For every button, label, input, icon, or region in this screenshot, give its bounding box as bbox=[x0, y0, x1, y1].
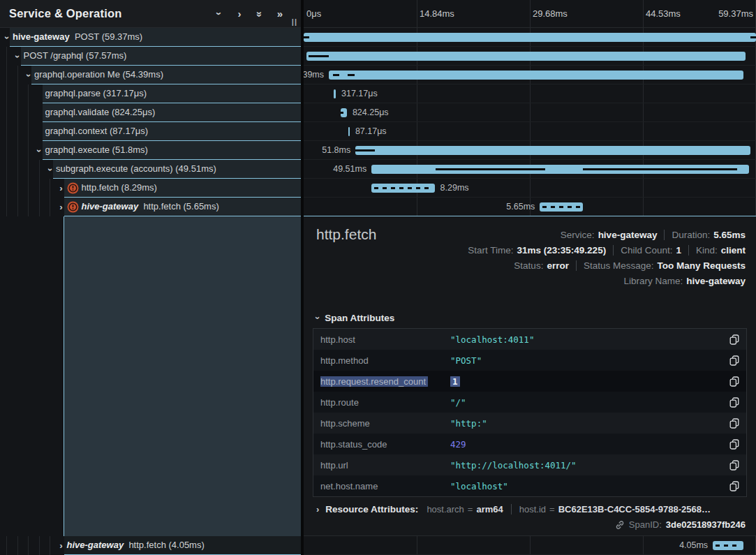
panel-resize-handle[interactable]: || bbox=[292, 17, 297, 26]
meta-value: Too Many Requests bbox=[657, 260, 746, 271]
indent-guide bbox=[28, 179, 29, 198]
meta-value: hive-gateway bbox=[686, 276, 746, 286]
chevron-down-icon[interactable]: › bbox=[3, 32, 11, 43]
attribute-row: http.route"/" bbox=[313, 392, 746, 413]
indent-guide bbox=[6, 84, 7, 103]
span-bar[interactable] bbox=[371, 165, 748, 174]
timeline-header: 0μs14.84ms29.68ms44.53ms59.37ms bbox=[304, 0, 756, 28]
indent-guide bbox=[17, 179, 18, 198]
attribute-value: "localhost:4011" bbox=[450, 334, 725, 345]
panel-title: Service & Operation bbox=[9, 7, 122, 20]
collapse-all-icon[interactable]: » bbox=[254, 8, 265, 19]
timeline-row[interactable]: 824.25μs bbox=[304, 103, 756, 122]
expand-one-icon[interactable]: › bbox=[234, 8, 245, 19]
panel-divider[interactable] bbox=[301, 0, 304, 555]
span-tree-item[interactable]: graphql.parse (317.17μs) bbox=[0, 84, 301, 103]
indent-guide bbox=[17, 198, 18, 216]
equals-sign: = bbox=[549, 504, 555, 515]
span-tree-item[interactable]: ›hive-gateway http.fetch (5.65ms) bbox=[0, 198, 301, 216]
collapse-one-icon[interactable]: › bbox=[214, 8, 225, 19]
span-detail-title: http.fetch bbox=[316, 226, 376, 243]
attribute-value: 429 bbox=[450, 439, 725, 450]
span-tree-item[interactable]: graphql.context (87.17μs) bbox=[0, 122, 301, 141]
indent-guide bbox=[6, 66, 7, 84]
timeline-tick-label: 29.68ms bbox=[533, 8, 568, 19]
meta-value: error bbox=[547, 260, 569, 271]
span-detail-panel: http.fetch Service:hive-gatewayDuration:… bbox=[304, 216, 756, 536]
timeline-row[interactable]: 8.29ms bbox=[304, 179, 756, 198]
timeline-row[interactable]: 5.65ms bbox=[304, 198, 756, 216]
span-label: POST /graphql (57.57ms) bbox=[24, 47, 127, 65]
span-tree-item[interactable]: ›graphql.operation Me (54.39ms) bbox=[0, 66, 301, 84]
span-bar[interactable] bbox=[355, 146, 750, 155]
copy-icon[interactable] bbox=[725, 439, 739, 450]
operation-name: http.fetch (4.05ms) bbox=[128, 540, 204, 550]
span-tree-item[interactable]: ›POST /graphql (57.57ms) bbox=[0, 47, 301, 66]
span-duration-label: 317.17μs bbox=[341, 84, 378, 103]
attribute-key: http.url bbox=[320, 460, 450, 471]
timeline-row[interactable]: 317.17μs bbox=[304, 84, 756, 103]
operation-name: graphql.execute (51.8ms) bbox=[45, 145, 148, 155]
span-label: graphql.parse (317.17μs) bbox=[45, 84, 147, 103]
attribute-row: net.host.name"localhost" bbox=[313, 475, 746, 496]
chevron-right-icon[interactable]: › bbox=[57, 202, 66, 213]
copy-icon[interactable] bbox=[725, 418, 739, 429]
chevron-right-icon[interactable]: › bbox=[316, 504, 319, 515]
copy-icon[interactable] bbox=[725, 397, 739, 408]
chevron-down-icon[interactable]: › bbox=[36, 145, 44, 156]
child-span-tick bbox=[304, 36, 309, 38]
indent-guide bbox=[6, 141, 7, 160]
span-tree-item[interactable]: graphql.validate (824.25μs) bbox=[0, 103, 301, 122]
span-tree-item[interactable]: ›graphql.execute (51.8ms) bbox=[0, 141, 301, 160]
chevron-down-icon[interactable]: › bbox=[24, 70, 33, 81]
chevron-right-icon[interactable]: › bbox=[57, 183, 66, 194]
chevron-right-icon[interactable]: › bbox=[57, 540, 66, 552]
indent-guide bbox=[50, 536, 50, 555]
indent-guide bbox=[17, 160, 18, 179]
copy-icon[interactable] bbox=[725, 376, 739, 387]
expand-all-icon[interactable]: » bbox=[274, 8, 286, 19]
trace-row: graphql.context (87.17μs)87.17μs bbox=[0, 122, 756, 141]
copy-icon[interactable] bbox=[725, 460, 739, 471]
span-bar[interactable] bbox=[306, 52, 745, 61]
indent-guide bbox=[17, 122, 18, 141]
span-tree-item[interactable]: ›hive-gateway POST (59.37ms) bbox=[0, 28, 301, 47]
operation-name: subgraph.execute (accounts) (49.51ms) bbox=[56, 163, 216, 174]
span-tree-item[interactable]: ›hive-gateway http.fetch (4.05ms) bbox=[0, 536, 301, 555]
span-meta-line: Library Name:hive-gateway bbox=[468, 273, 746, 288]
meta-separator bbox=[688, 245, 689, 256]
span-bar[interactable] bbox=[334, 89, 336, 98]
span-tree-item[interactable]: ›http.fetch (8.29ms) bbox=[0, 179, 301, 198]
timeline-row[interactable]: 57.57ms bbox=[304, 47, 756, 66]
span-duration-label: 8.29ms bbox=[440, 179, 469, 198]
span-bar[interactable] bbox=[540, 202, 583, 212]
resource-attributes-title[interactable]: Resource Attributes: bbox=[325, 504, 418, 515]
span-bar[interactable] bbox=[341, 108, 347, 117]
timeline-row[interactable]: 59.37ms bbox=[304, 28, 756, 47]
child-span-tick bbox=[436, 168, 545, 170]
meta-value: 31ms (23:35:49.225) bbox=[517, 245, 607, 256]
timeline-row[interactable]: 49.51ms bbox=[304, 160, 756, 179]
span-tree-item[interactable]: ›subgraph.execute (accounts) (49.51ms) bbox=[0, 160, 301, 179]
span-bar[interactable] bbox=[329, 71, 743, 80]
chevron-down-icon[interactable]: › bbox=[46, 164, 54, 175]
span-bar[interactable] bbox=[371, 184, 434, 193]
chevron-down-icon[interactable]: › bbox=[14, 51, 22, 62]
link-icon[interactable] bbox=[615, 520, 625, 530]
copy-icon[interactable] bbox=[725, 334, 739, 345]
timeline-row[interactable]: 87.17μs bbox=[304, 122, 756, 141]
timeline-row[interactable]: 51.8ms bbox=[304, 141, 756, 160]
indent-guide bbox=[28, 122, 29, 141]
span-attributes-header[interactable]: › Span Attributes bbox=[316, 313, 394, 323]
span-attributes-table: http.host"localhost:4011"http.method"POS… bbox=[313, 328, 747, 497]
operation-name: http.fetch (8.29ms) bbox=[82, 182, 157, 193]
timeline-row[interactable]: 4.05ms bbox=[304, 536, 756, 555]
span-bar[interactable] bbox=[304, 33, 756, 42]
copy-icon[interactable] bbox=[725, 355, 739, 366]
copy-icon[interactable] bbox=[725, 481, 739, 491]
timeline-row[interactable]: 54.39ms bbox=[304, 66, 756, 84]
span-bar[interactable] bbox=[713, 541, 743, 550]
span-bar[interactable] bbox=[348, 127, 350, 136]
indent-guide bbox=[28, 198, 29, 216]
attribute-row: http.status_code429 bbox=[313, 434, 746, 454]
